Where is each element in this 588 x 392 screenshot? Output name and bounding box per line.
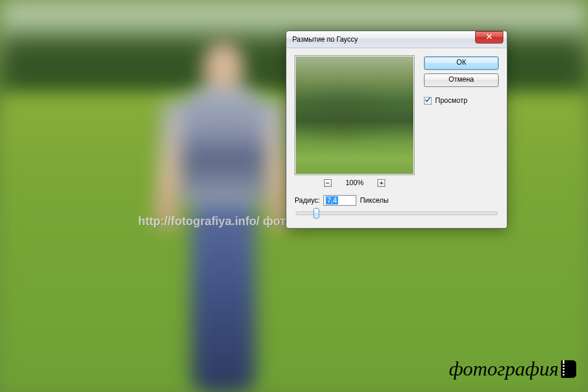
dialog-body: − 100% + ОК Отмена Просмотр (286, 48, 507, 228)
zoom-level: 100% (346, 179, 364, 187)
slider-thumb[interactable] (313, 208, 319, 219)
close-icon (486, 33, 492, 41)
close-button[interactable] (475, 31, 503, 43)
gaussian-blur-dialog: Размытие по Гауссу − 100% + ОК (286, 31, 507, 229)
preview-checkbox[interactable] (424, 97, 432, 105)
workspace: http://fotografiya.info/ фотография.инфо… (0, 0, 588, 392)
preview-checkbox-label: Просмотр (435, 96, 467, 105)
preview-image[interactable] (295, 55, 415, 175)
radius-value: 7,4 (326, 196, 338, 205)
radius-unit: Пикселы (360, 196, 389, 205)
zoom-in-button[interactable]: + (377, 179, 385, 187)
radius-input[interactable]: 7,4 (323, 195, 356, 206)
dialog-title: Размытие по Гауссу (292, 35, 475, 43)
cancel-button[interactable]: Отмена (424, 73, 499, 87)
zoom-out-button[interactable]: − (324, 179, 332, 187)
radius-label: Радиус: (295, 196, 320, 205)
check-icon (425, 96, 431, 105)
radius-slider[interactable] (296, 212, 497, 215)
background-subject (165, 41, 282, 392)
ok-button[interactable]: ОК (424, 56, 499, 70)
dialog-titlebar[interactable]: Размытие по Гауссу (286, 31, 507, 48)
